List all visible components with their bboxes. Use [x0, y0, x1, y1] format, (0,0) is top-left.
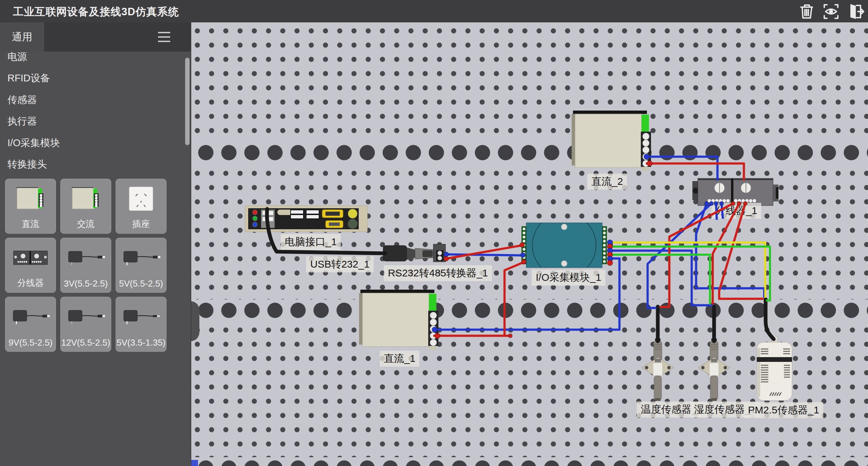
sidebar-item-actuator[interactable]: 执行器	[7, 115, 37, 130]
pegboard-hole-row	[191, 142, 868, 163]
sidebar-item-sensor[interactable]: 传感器	[7, 93, 37, 108]
palette-item-splitter[interactable]: 分线器	[5, 238, 56, 293]
view-focus-button[interactable]	[822, 2, 841, 21]
device-label: 电脑接口_1	[281, 234, 341, 250]
power-adapter-icon	[116, 299, 166, 334]
app-window: 分线器_1	[0, 0, 868, 466]
page-title: 工业互联网设备及接线3D仿真系统	[13, 5, 179, 19]
canvas-corner-marker	[191, 460, 198, 466]
splitter-icon	[5, 240, 56, 275]
power-adapter-icon	[61, 240, 111, 275]
sidebar-item-rfid[interactable]: RFID设备	[7, 72, 50, 86]
ac-power-icon	[61, 181, 111, 216]
exit-button[interactable]	[846, 2, 865, 21]
device-label: 分线器_1	[711, 203, 761, 219]
palette-item-adapter-3v[interactable]: 3V(5.5-2.5)	[60, 238, 111, 293]
sidebar-tabbar: 通用	[0, 22, 191, 52]
palette-item-ac[interactable]: 交流	[60, 179, 111, 234]
device-label: USB转232_1	[306, 256, 374, 272]
topbar: 工业互联网设备及接线3D仿真系统	[0, 0, 868, 22]
sidebar: 通用 电源 RFID设备 传感器 执行器 I/O采集模块 转换接头 直流 交流	[0, 22, 191, 466]
power-adapter-icon	[116, 240, 166, 275]
pegboard-hole-row	[191, 457, 868, 466]
device-label: RS232转485转换器_1	[384, 265, 492, 281]
menu-icon[interactable]	[158, 32, 172, 43]
sidebar-item-power[interactable]: 电源	[7, 50, 27, 65]
tab-general[interactable]: 通用	[0, 22, 44, 52]
device-label: 直流_1	[380, 351, 419, 367]
device-label: PM2.5传感器_1	[744, 402, 823, 418]
sidebar-item-converter[interactable]: 转换接头	[7, 158, 47, 173]
palette-item-adapter-5v[interactable]: 5V(5.5-2.5)	[116, 238, 166, 293]
sidebar-item-io-module[interactable]: I/O采集模块	[7, 136, 60, 151]
device-pm25-sensor[interactable]	[755, 336, 795, 405]
dc-power-icon	[5, 181, 56, 216]
device-dc-power-1[interactable]	[359, 290, 440, 353]
palette-item-adapter-5v-small[interactable]: 5V(3.5-1.35)	[116, 297, 166, 352]
trash-button[interactable]	[797, 2, 816, 21]
palette-item-adapter-9v[interactable]: 9V(5.5-2.5)	[5, 297, 56, 352]
device-humidity-sensor[interactable]	[695, 338, 733, 407]
device-temperature-sensor[interactable]	[639, 338, 676, 407]
device-label: I/O采集模块_1	[532, 270, 605, 286]
palette-item-socket[interactable]: 插座	[116, 179, 166, 234]
pegboard-hole-row	[191, 299, 868, 321]
device-dc-power-2[interactable]	[572, 111, 652, 174]
power-adapter-icon	[61, 299, 111, 334]
sidebar-scrollbar[interactable]	[185, 58, 190, 145]
device-computer-interface[interactable]	[245, 206, 368, 233]
device-label: 直流_2	[587, 174, 627, 190]
device-usb-232-converter[interactable]	[382, 240, 449, 266]
device-io-module[interactable]	[521, 221, 607, 270]
palette-item-adapter-12v[interactable]: 12V(5.5-2.5)	[60, 297, 111, 352]
power-adapter-icon	[5, 299, 56, 334]
sidebar-collapse-handle[interactable]	[191, 301, 199, 341]
socket-icon	[116, 181, 166, 216]
palette-item-dc[interactable]: 直流	[5, 179, 56, 234]
